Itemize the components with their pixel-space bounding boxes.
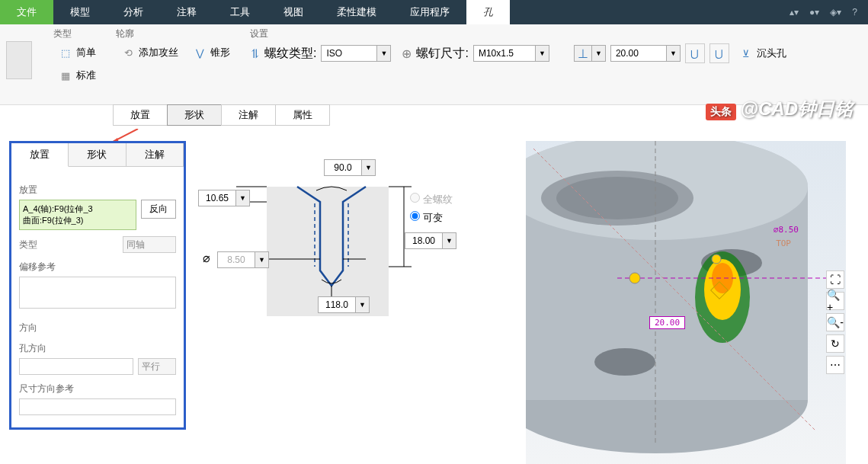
dim-dir-label: 尺寸方向参考 <box>19 382 176 395</box>
zoom-in-icon[interactable]: 🔍+ <box>826 292 844 310</box>
screw-icon: ⊕ <box>402 46 412 61</box>
menu-flex[interactable]: 柔性建模 <box>320 0 393 24</box>
subtab-attr[interactable]: 属性 <box>275 104 330 126</box>
thread-type-label: 螺纹类型: <box>264 46 316 62</box>
svg-point-20 <box>594 348 655 376</box>
thread-radio-group: 全螺纹 可变 <box>410 193 453 229</box>
u-icon: ⋃ <box>687 46 703 61</box>
reverse-button[interactable]: 反向 <box>141 200 176 219</box>
zoom-fit-icon[interactable]: ⛶ <box>826 270 844 289</box>
dim-20-callout[interactable]: 20.00 <box>649 316 685 329</box>
sel-item[interactable]: A_4(轴):F9(拉伸_3 <box>23 203 133 215</box>
hole-diagram: ▼ ▼ ▼ ▼ ⌀ ▼ 全螺纹 可变 <box>191 149 465 324</box>
screw-size-select[interactable]: ▼ <box>473 45 549 62</box>
group-label-type: 类型 <box>53 27 101 40</box>
radio-variable[interactable]: 可变 <box>410 211 453 225</box>
depth-value-select[interactable]: ▼ <box>610 45 681 62</box>
dropdown-icon[interactable]: ▼ <box>666 46 680 61</box>
svg-point-28 <box>712 254 721 264</box>
depth-mode-select[interactable]: ⊥ ▼ <box>574 45 606 62</box>
btn-tapping[interactable]: ⟲添加攻丝 <box>116 43 183 62</box>
menu-annotate[interactable]: 注释 <box>160 0 213 24</box>
group-label-settings: 设置 <box>250 27 862 40</box>
selection-list[interactable]: A_4(轴):F9(拉伸_3 曲面:F9(拉伸_3) <box>19 200 136 230</box>
menu-tools[interactable]: 工具 <box>213 0 267 24</box>
dim-left-input[interactable]: ▼ <box>198 190 250 206</box>
angle-bottom-input[interactable]: ▼ <box>318 296 370 313</box>
subtab-place[interactable]: 放置 <box>113 104 168 126</box>
caret-up-icon[interactable]: ▴▾ <box>790 7 799 18</box>
type-field <box>123 236 176 253</box>
depth-input[interactable] <box>611 46 666 61</box>
subtab-note[interactable]: 注解 <box>221 104 276 126</box>
menu-view[interactable]: 视图 <box>267 0 320 24</box>
depth-icon: ⊥ <box>575 46 591 61</box>
dropdown-icon[interactable]: ▼ <box>255 252 268 267</box>
more-icon[interactable]: ⋯ <box>826 356 844 374</box>
hole-type-icon[interactable] <box>6 41 32 79</box>
dropdown-icon[interactable]: ▼ <box>535 46 549 61</box>
btn-u1[interactable]: ⋃ <box>685 43 705 63</box>
diameter-symbol: ⌀ <box>203 251 210 265</box>
thread-type-input[interactable] <box>322 46 376 61</box>
ribbon: 类型 ⬚简单 ▦标准 轮廓 ⟲添加攻丝 ⋁锥形 设置 ⥮ 螺纹类型: ▼ ⊕ 螺… <box>0 24 868 105</box>
top-label: TOP <box>776 238 791 248</box>
cube-icon[interactable]: ◈▾ <box>830 7 841 18</box>
menu-file[interactable]: 文件 <box>0 0 53 24</box>
hole-dir-label: 孔方向 <box>19 342 176 355</box>
btn-simple[interactable]: ⬚简单 <box>53 43 101 62</box>
help-icon[interactable]: ? <box>852 7 857 18</box>
menu-right-icons: ▴▾ ●▾ ◈▾ ? <box>790 0 868 24</box>
thread-type-select[interactable]: ▼ <box>321 45 391 62</box>
panel-tab-shape[interactable]: 形状 <box>69 143 126 166</box>
radio-full-thread: 全螺纹 <box>410 193 453 206</box>
3d-viewport[interactable]: ⌀8.50 TOP 20.00 ⛶ 🔍+ 🔍- ↻ ⋯ <box>526 141 846 464</box>
sel-item[interactable]: 曲面:F9(拉伸_3) <box>23 215 133 226</box>
u-icon: ⋃ <box>712 46 727 61</box>
panel-tab-place[interactable]: 放置 <box>11 143 69 167</box>
csink-icon: ⊻ <box>738 46 754 61</box>
dropdown-icon[interactable]: ▼ <box>235 190 249 206</box>
panel-tab-note[interactable]: 注解 <box>127 143 184 166</box>
dropdown-icon[interactable]: ▼ <box>376 46 390 61</box>
diameter-callout: ⌀8.50 <box>774 225 799 235</box>
simple-icon: ⬚ <box>58 45 73 60</box>
ribbon-group-type: 类型 ⬚简单 ▦标准 <box>53 27 101 101</box>
btn-u2[interactable]: ⋃ <box>709 43 729 63</box>
btn-csink[interactable]: ⊻沉头孔 <box>734 44 791 62</box>
diameter-input[interactable]: ▼ <box>217 251 269 268</box>
tapping-icon: ⟲ <box>120 45 136 60</box>
zoom-out-icon[interactable]: 🔍- <box>826 313 844 331</box>
angle-top-input[interactable]: ▼ <box>324 159 376 176</box>
menu-model[interactable]: 模型 <box>53 0 107 24</box>
dropdown-icon[interactable]: ▼ <box>591 46 605 61</box>
refresh-icon[interactable]: ↻ <box>826 334 844 353</box>
model-svg <box>526 141 846 464</box>
hole-dir-mode <box>138 358 176 375</box>
menu-hole[interactable]: 孔 <box>466 0 510 24</box>
hole-dir-field[interactable] <box>19 358 133 375</box>
depth-dim-input[interactable]: ▼ <box>405 232 456 249</box>
offset-field[interactable] <box>19 277 176 309</box>
svg-point-18 <box>556 177 678 219</box>
svg-point-27 <box>629 273 640 283</box>
user-icon[interactable]: ●▾ <box>809 7 819 18</box>
dropdown-icon[interactable]: ▼ <box>355 297 369 312</box>
btn-taper[interactable]: ⋁锥形 <box>187 43 235 62</box>
subtab-shape[interactable]: 形状 <box>167 104 222 126</box>
btn-standard[interactable]: ▦标准 <box>53 66 101 85</box>
ribbon-group-profile: 轮廓 ⟲添加攻丝 ⋁锥形 <box>116 27 235 101</box>
taper-icon: ⋁ <box>192 45 207 60</box>
dropdown-icon[interactable]: ▼ <box>442 233 456 248</box>
menu-apps[interactable]: 应用程序 <box>393 0 466 24</box>
menu-analysis[interactable]: 分析 <box>107 0 160 24</box>
ribbon-group-settings: 设置 ⥮ 螺纹类型: ▼ ⊕ 螺钉尺寸: ▼ ⊥ ▼ ▼ ⋃ <box>250 27 862 101</box>
screw-size-input[interactable] <box>474 46 535 61</box>
dropdown-icon[interactable]: ▼ <box>361 160 375 175</box>
offset-label: 偏移参考 <box>19 261 176 274</box>
view-toolbar: ⛶ 🔍+ 🔍- ↻ ⋯ <box>826 270 844 374</box>
watermark: 头条@CAD钟日铭 <box>706 97 853 121</box>
placement-panel: 放置 形状 注解 放置 A_4(轴):F9(拉伸_3 曲面:F9(拉伸_3) 反… <box>9 141 186 430</box>
place-label: 放置 <box>19 184 176 197</box>
dim-dir-field[interactable] <box>19 398 176 415</box>
